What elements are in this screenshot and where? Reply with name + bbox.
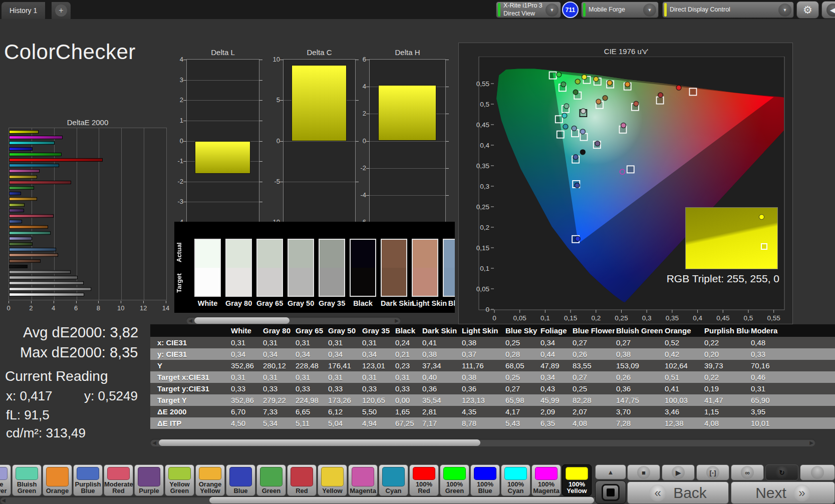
source-dropdown[interactable]: Mobile Forge ▼ [581,2,659,18]
patch-button-cyan[interactable]: Cyan [379,464,408,496]
row-label: y: CIE31 [150,350,229,358]
settings-button[interactable]: ⚙ [796,1,819,19]
patch-color [229,467,252,486]
x-tick-label: 0,4 [693,314,702,322]
patch-button-100-red[interactable]: 100% Red [409,464,439,496]
play-icon: ▶ [672,466,685,479]
stop-icon: ■ [637,466,650,479]
swatch-gray-80 [225,239,252,297]
step-button[interactable]: [-] [696,464,729,480]
table-scrollbar-thumb[interactable] [159,439,480,446]
scroll-left-icon[interactable]: ◀ [186,317,194,324]
table-cell: 0,34 [539,373,571,381]
gridline [187,80,259,81]
patch-button-100-blue[interactable]: 100% Blue [470,464,500,496]
y-tick-label: 0,35 [476,162,489,170]
patch-color [291,467,313,486]
y-tick [366,141,369,142]
table-cell: 0,21 [394,350,421,358]
table-cell: 8,78 [460,419,504,427]
patch-button-moderate-red[interactable]: Moderate Red [104,464,133,496]
measured-marker [580,129,585,134]
y-tick-label: -2 [168,178,183,185]
patch-button-purplish-blue[interactable]: Purplish Blue [73,464,103,496]
bar-yellow-green [9,203,25,207]
display-control-dropdown[interactable]: Direct Display Control ▼ [662,2,794,18]
scroll-right-icon[interactable]: ▶ [393,317,401,324]
next-button[interactable]: Next » [731,481,835,504]
patch-button-label: Yellow [318,487,347,495]
y-tick [259,141,262,142]
patch-button-yellow[interactable]: Yellow [318,464,347,496]
y-tick-label: 4 [168,56,183,63]
table-cell: 0,25 [504,373,539,381]
collapse-panel-button[interactable]: ◀ [821,1,835,19]
meter-dropdown[interactable]: X-Rite i1Pro 3 Direct View ▼ [496,2,561,18]
table-cell: 0,38 [421,350,460,358]
patch-color [260,467,283,486]
patch-button-magenta[interactable]: Magenta [348,464,378,496]
patch-strip-scrollbar[interactable]: ◀ ▶ [0,496,603,504]
y-tick [366,114,369,114]
table-scrollbar[interactable]: ◀ ▶ [150,439,815,446]
patch-button-label: Blue Flower [0,481,11,496]
stop-button[interactable]: ■ [627,464,660,480]
patch-button-orange[interactable]: Orange [43,464,72,496]
patch-button-yellow-green[interactable]: Yellow Green [165,464,194,496]
patch-color [413,467,435,480]
scroll-right-icon[interactable]: ▶ [807,439,815,446]
patch-strip-scrollbar-thumb[interactable] [209,497,594,503]
patch-button-green[interactable]: Green [256,464,286,496]
swatch-scrollbar-thumb[interactable] [194,317,290,324]
patch-button-blue-flower[interactable]: Blue Flower [0,464,11,496]
patch-button-blue[interactable]: Blue [226,464,255,496]
refresh-button[interactable]: ↻ [765,464,798,480]
patch-button-red[interactable]: Red [287,464,317,496]
scroll-left-icon[interactable]: ◀ [150,439,158,446]
measured-marker [556,72,562,77]
back-button[interactable]: « Back [627,481,729,504]
patch-button-100-green[interactable]: 100% Green [440,464,469,496]
target-marker [555,116,563,123]
swatch-actual [226,240,251,268]
bar-white [9,293,84,296]
patch-button-100-yellow[interactable]: 100% Yellow [562,464,592,496]
patch-button-100-magenta[interactable]: 100% Magenta [531,464,561,496]
patch-button-orange-yellow[interactable]: Orange Yellow [195,464,225,496]
scroll-left-icon[interactable]: ◀ [0,496,7,504]
meter-badge[interactable]: 711 [562,2,579,18]
table-cell: 0,34 [327,350,361,358]
patch-button-bluish-green[interactable]: Bluish Green [12,464,42,496]
x-tick-label: 14 [162,304,169,312]
delta-bar [195,141,250,174]
tab-history-1[interactable]: History 1 [2,2,45,19]
patch-color [321,467,344,486]
patch-color [443,467,466,480]
table-cell: 0,22 [703,373,749,381]
table-cell: 123,01 [361,361,394,370]
measured-marker [575,79,580,84]
add-tab-button[interactable]: + [52,2,71,19]
actual-row-label: Actual [175,237,185,268]
record-button[interactable] [800,464,835,480]
play-button[interactable]: ▶ [662,464,695,480]
patch-button-100-cyan[interactable]: 100% Cyan [501,464,530,496]
table-cell: 2,81 [421,407,460,416]
y-tick-label: 0 [265,137,280,145]
x-tick [76,301,77,303]
table-cell: 0,51 [663,373,703,381]
chevron-left-icon: ◀ [826,4,835,17]
column-header: Gray 80 [261,326,294,335]
patch-button-label: Blue [226,487,255,495]
bar-purplish-blue [9,220,22,223]
y-tick [366,87,369,87]
table-cell: 68,05 [504,361,539,370]
table-row: Target x:CIE310,310,310,310,310,310,310,… [150,371,835,383]
table-cell: 0,31 [229,373,261,381]
swatch-scrollbar[interactable]: ◀ ▶ [186,317,401,324]
loop-button[interactable]: ∞ [731,464,764,480]
measured-marker [596,99,601,104]
scroll-up-button[interactable]: ▲ [595,464,626,479]
patch-button-purple[interactable]: Purple [134,464,164,496]
stop-measurement-button[interactable] [595,480,626,504]
